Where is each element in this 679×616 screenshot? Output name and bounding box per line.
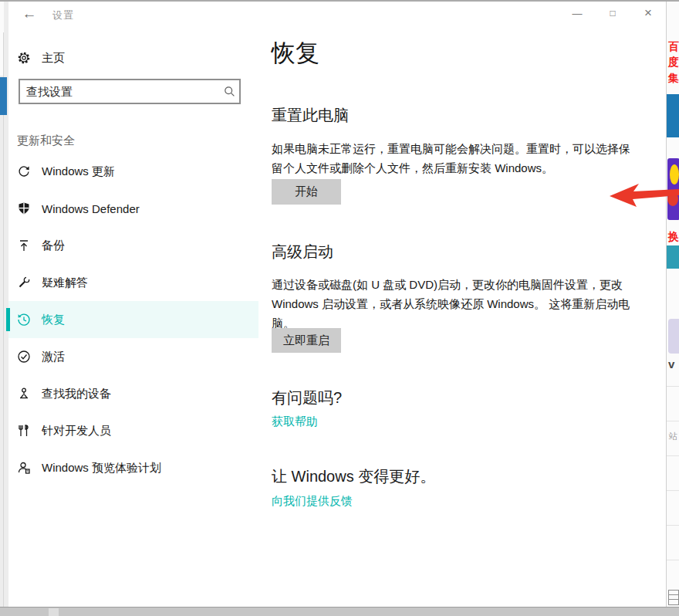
background-row-line [667, 525, 679, 526]
page-title: 恢复 [272, 37, 319, 69]
developer-icon [17, 424, 31, 438]
background-blue-block [667, 94, 679, 137]
insider-person-icon [17, 461, 31, 475]
sidebar-item-label: Windows Defender [42, 202, 140, 215]
background-teal-block [667, 245, 679, 269]
window-controls: — □ × [559, 2, 666, 25]
sidebar: 主页 更新和安全 Windows 更新 [8, 26, 263, 607]
sidebar-item-windows-insider[interactable]: Windows 预览体验计划 [8, 449, 258, 486]
shield-icon [17, 201, 31, 215]
feedback-heading: 让 Windows 变得更好。 [272, 466, 435, 487]
backup-icon [17, 239, 31, 252]
sidebar-section-label: 更新和安全 [17, 134, 75, 148]
background-lavender-block [668, 319, 679, 354]
sidebar-item-label: Windows 预览体验计划 [42, 461, 161, 476]
get-help-link[interactable]: 获取帮助 [272, 415, 318, 429]
advanced-startup-description: 通过设备或磁盘(如 U 盘或 DVD)启动，更改你的电脑固件设置，更改 Wind… [272, 275, 633, 333]
background-divider [3, 32, 4, 607]
history-icon [17, 313, 31, 327]
reset-pc-heading: 重置此电脑 [272, 105, 349, 126]
get-started-button[interactable]: 开始 [272, 179, 341, 205]
background-window-left-sliver [0, 2, 8, 607]
close-button[interactable]: × [630, 2, 666, 25]
advanced-startup-heading: 高级启动 [272, 242, 333, 262]
sidebar-item-find-my-device[interactable]: 查找我的设备 [8, 375, 258, 412]
sidebar-item-label: 查找我的设备 [42, 387, 111, 401]
sidebar-item-troubleshoot[interactable]: 疑难解答 [8, 264, 258, 301]
sidebar-item-label: 备份 [42, 239, 65, 253]
sidebar-item-label: 针对开发人员 [42, 424, 111, 438]
sidebar-item-label: 主页 [42, 51, 65, 66]
background-row-line [667, 455, 679, 456]
settings-window: ← 设置 — □ × 主页 [8, 2, 666, 607]
locate-device-icon [17, 387, 31, 401]
maximize-icon: □ [610, 8, 615, 19]
question-heading: 有问题吗? [272, 388, 342, 408]
window-title: 设置 [52, 8, 74, 22]
titlebar: ← 设置 — □ × [8, 2, 666, 26]
gear-icon [17, 51, 31, 65]
background-row-line [667, 490, 679, 491]
background-text-fragment: 百 [668, 40, 679, 54]
search-box [19, 79, 241, 104]
check-circle-icon [17, 350, 31, 364]
sidebar-item-activation[interactable]: 激活 [8, 338, 258, 375]
minimize-icon: — [573, 8, 583, 19]
sidebar-item-recovery[interactable]: 恢复 [8, 301, 258, 338]
sidebar-nav: Windows 更新 Windows Defender [8, 153, 258, 486]
search-icon[interactable] [219, 80, 239, 103]
close-icon: × [644, 5, 652, 21]
background-row-line [667, 386, 679, 387]
sidebar-item-for-developers[interactable]: 针对开发人员 [8, 412, 258, 449]
sidebar-item-label: 疑难解答 [42, 276, 88, 290]
wrench-icon [17, 276, 31, 289]
sidebar-item-windows-update[interactable]: Windows 更新 [8, 153, 258, 190]
screen-bottom-strip [0, 607, 679, 616]
background-text-fragment: 集 [668, 72, 679, 86]
minimize-button[interactable]: — [559, 2, 595, 25]
sidebar-item-home[interactable]: 主页 [8, 45, 255, 71]
background-logo-fragment [667, 158, 679, 220]
give-feedback-link[interactable]: 向我们提供反馈 [272, 494, 353, 509]
sidebar-item-label: 恢复 [42, 313, 65, 327]
background-logo-yellow [670, 164, 679, 184]
background-logo-red [667, 192, 678, 206]
sync-icon [17, 164, 31, 178]
background-text-fragment: 度 [668, 56, 679, 69]
restart-now-button[interactable]: 立即重启 [272, 328, 341, 353]
sidebar-item-backup[interactable]: 备份 [8, 227, 258, 264]
background-text-fragment: 站 [669, 431, 677, 442]
background-blue-fragment [0, 77, 7, 115]
background-row-line [667, 421, 679, 421]
selected-indicator-bar [6, 308, 10, 331]
back-button[interactable]: ← [18, 3, 41, 25]
search-input[interactable] [20, 85, 219, 98]
sidebar-item-windows-defender[interactable]: Windows Defender [8, 190, 258, 227]
reset-pc-description: 如果电脑未正常运行，重置电脑可能会解决问题。重置时，可以选择保留个人文件或删除个… [272, 139, 633, 178]
background-text-fragment: 换 [668, 230, 679, 244]
background-fragment [49, 608, 59, 616]
sidebar-item-label: Windows 更新 [42, 164, 115, 179]
back-arrow-icon: ← [22, 5, 37, 22]
background-grid-fragment [668, 590, 679, 605]
maximize-button[interactable]: □ [595, 2, 630, 25]
background-row-line [667, 560, 679, 560]
background-window-right-sliver: 百 度 集 换 v 站 [666, 2, 679, 607]
background-text-fragment: v [668, 357, 674, 371]
sidebar-item-label: 激活 [42, 350, 65, 364]
